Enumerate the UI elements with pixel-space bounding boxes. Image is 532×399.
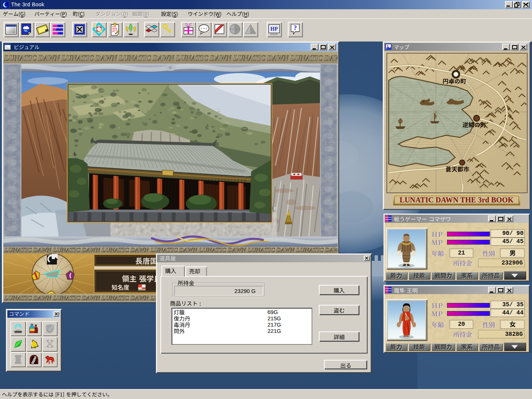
svg-text:LUNA: LUNA (11, 79, 17, 93)
svg-text:DAWN: DAWN (327, 79, 333, 95)
svg-text:DAWN: DAWN (327, 175, 333, 191)
svg-text:DAWN: DAWN (327, 194, 333, 210)
svg-text:DAWN: DAWN (327, 213, 333, 229)
svg-text:DAWN: DAWN (327, 136, 333, 152)
svg-text:LUNA: LUNA (11, 194, 17, 208)
svg-text:LUNA: LUNA (11, 117, 17, 132)
svg-text:?: ? (293, 24, 297, 32)
svg-text:LUNA: LUNA (11, 136, 17, 151)
svg-text:LUNA: LUNA (11, 156, 17, 170)
svg-text:LUNA: LUNA (11, 98, 17, 112)
svg-text:LUNA: LUNA (11, 175, 17, 189)
svg-text:LUNATIC DAWN THE 3rd BOOK: LUNATIC DAWN THE 3rd BOOK (400, 196, 514, 204)
svg-text:LUNATIC DAWN LUNATIC DAWN LUNA: LUNATIC DAWN LUNATIC DAWN LUNATIC DAWN L… (4, 246, 338, 253)
svg-text:DAWN: DAWN (327, 98, 333, 114)
svg-text:DAWN: DAWN (327, 156, 333, 171)
svg-text:LUNA: LUNA (11, 213, 17, 228)
svg-text:LUNATIC DAWN LUNATIC DAWN LUNA: LUNATIC DAWN LUNATIC DAWN LUNATIC DAWN L… (4, 54, 338, 62)
svg-text:DAWN: DAWN (327, 117, 333, 133)
svg-text:HP: HP (270, 26, 278, 32)
